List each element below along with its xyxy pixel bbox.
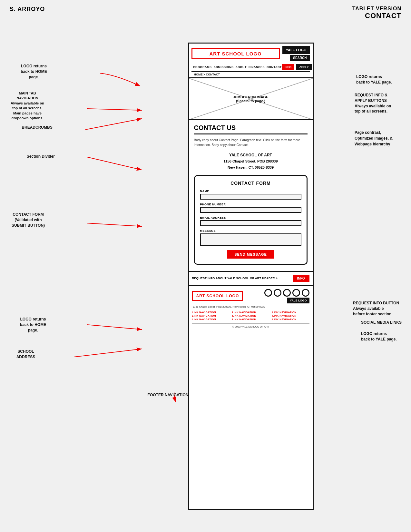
footer-nav-7[interactable]: LINK NAVIGATION [192, 318, 229, 321]
form-title: CONTACT FORM [200, 181, 301, 186]
page-title: CONTACT [352, 12, 401, 20]
ann-logo-yale2: LOGO returnsback to YALE page. [361, 331, 405, 342]
version-label: TABLET VERSION [352, 6, 401, 12]
footer-nav-4[interactable]: LINK NAVIGATION [192, 314, 229, 317]
info-button[interactable]: INFO [282, 64, 295, 70]
art-school-logo[interactable]: ART SCHOOL LOGO [191, 48, 280, 59]
yale-logo[interactable]: YALE LOGO [282, 46, 310, 54]
nav-programs[interactable]: PROGRAMS [193, 65, 212, 69]
nav-admissions[interactable]: ADMISSIONS [214, 65, 234, 69]
jumbotron: JUMBOTRON IMAGE(Special to page.) [189, 78, 313, 120]
contact-us-address: YALE SCHOOL OF ART 1156 Chapel Street, P… [194, 152, 308, 171]
footer-nav-8[interactable]: LINK NAVIGATION [232, 318, 269, 321]
footer-logo-main[interactable]: ART SCHOOL LOGO [192, 291, 243, 301]
school-name: YALE SCHOOL OF ART [194, 152, 308, 158]
input-phone[interactable] [200, 207, 301, 213]
social-icon-5[interactable] [302, 289, 309, 297]
ann-logo-home2: LOGO returnsback to HOME page. [15, 317, 52, 333]
ann-main-tab: MAIN TABNAVIGATIONAlways available ontop… [6, 91, 48, 121]
page-header: S. ARROYO TABLET VERSION CONTACT [0, 0, 411, 23]
footer: ART SCHOOL LOGO YALE LOGO 1156 Chapel St… [189, 286, 313, 330]
version-title: TABLET VERSION CONTACT [352, 6, 401, 20]
footer-yale-logo[interactable]: YALE LOGO [287, 298, 309, 303]
footer-copyright: © 2023 YALE SCHOOL OF ART [192, 323, 309, 328]
contact-us-section: CONTACT US Body copy about Contact Page.… [189, 120, 313, 272]
device-header: ART SCHOOL LOGO YALE LOGO SEARCH PROGRAM… [189, 44, 313, 78]
jumbotron-label: JUMBOTRON IMAGE(Special to page.) [233, 95, 269, 103]
social-icon-2[interactable] [274, 289, 281, 297]
input-message[interactable] [200, 233, 301, 246]
ann-logo-home: LOGO returns back to HOME page. [16, 64, 52, 80]
footer-nav-6[interactable]: LINK NAVIGATION [272, 314, 309, 317]
label-phone: PHONE NUMBER [200, 203, 301, 206]
ann-page-contrast: Page contrast,Optimized images, &Webpage… [355, 130, 405, 147]
ann-breadcrumbs: BREADCRUMBS [21, 125, 53, 130]
ann-section-divider: Section Divider [19, 154, 55, 159]
address-line1: 1156 Chapel Street, POB 208339 [194, 158, 308, 164]
search-button[interactable]: SEARCH [290, 55, 310, 61]
wireframe-wrapper: LOGO returns back to HOME page. MAIN TAB… [0, 23, 411, 523]
footer-nav-grid: LINK NAVIGATION LINK NAVIGATION LINK NAV… [192, 311, 309, 321]
input-email[interactable] [200, 220, 301, 226]
ann-contact-form: CONTACT FORM(Validated withSUBMIT BUTTON… [6, 212, 50, 228]
footer-nav-5[interactable]: LINK NAVIGATION [232, 314, 269, 317]
breadcrumb: HOME > CONTACT [191, 72, 310, 77]
ann-req-info: REQUEST INFO &APPLY BUTTONSAlways availa… [355, 93, 405, 114]
wireframe-device: ART SCHOOL LOGO YALE LOGO SEARCH PROGRAM… [188, 43, 314, 510]
label-message: MESSAGE [200, 229, 301, 232]
social-icon-1[interactable] [264, 289, 272, 297]
nav-finances[interactable]: FINANCES [249, 65, 265, 69]
request-info-bar: REQUEST INFO ABOUT YALE SCHOOL OF ART HE… [189, 272, 313, 286]
ann-req-info-btn: REQUEST INFO BUTTONAlways availablebefor… [353, 300, 405, 317]
social-icon-3[interactable] [283, 289, 291, 297]
main-nav: PROGRAMS ADMISSIONS ABOUT FINANCES CONTA… [191, 63, 310, 72]
footer-nav-3[interactable]: LINK NAVIGATION [272, 311, 309, 314]
contact-form: CONTACT FORM NAME PHONE NUMBER EMAIL ADD… [194, 175, 308, 265]
ann-logo-yale: LOGO returnsback to YALE page. [356, 74, 403, 85]
request-info-button[interactable]: INFO [293, 275, 309, 282]
send-message-button[interactable]: SEND MESSAGE [227, 250, 274, 259]
input-name[interactable] [200, 194, 301, 200]
footer-nav-1[interactable]: LINK NAVIGATION [192, 311, 229, 314]
label-email: EMAIL ADDRESS [200, 216, 301, 219]
label-name: NAME [200, 190, 301, 193]
nav-about[interactable]: ABOUT [236, 65, 247, 69]
footer-nav-2[interactable]: LINK NAVIGATION [232, 311, 269, 314]
footer-nav-9[interactable]: LINK NAVIGATION [272, 318, 309, 321]
address-line2: New Haven, CT, 06520-8339 [194, 164, 308, 171]
contact-us-title: CONTACT US [194, 124, 308, 134]
contact-us-body: Body copy about Contact Page. Paragraph … [194, 138, 308, 147]
apply-button[interactable]: APPLY [296, 64, 311, 70]
request-bar-text: REQUEST INFO ABOUT YALE SCHOOL OF ART HE… [192, 277, 278, 280]
author-label: S. ARROYO [10, 6, 45, 13]
social-icon-4[interactable] [292, 289, 300, 297]
social-media-icons [264, 289, 309, 297]
ann-school-address: SCHOOLADDRESS [11, 349, 40, 360]
footer-address: 1156 Chapel Street, POB 208339, New Have… [192, 305, 309, 308]
ann-social-media: SOCIAL MEDIA LINKS [361, 320, 405, 325]
nav-contact[interactable]: CONTACT [267, 65, 282, 69]
